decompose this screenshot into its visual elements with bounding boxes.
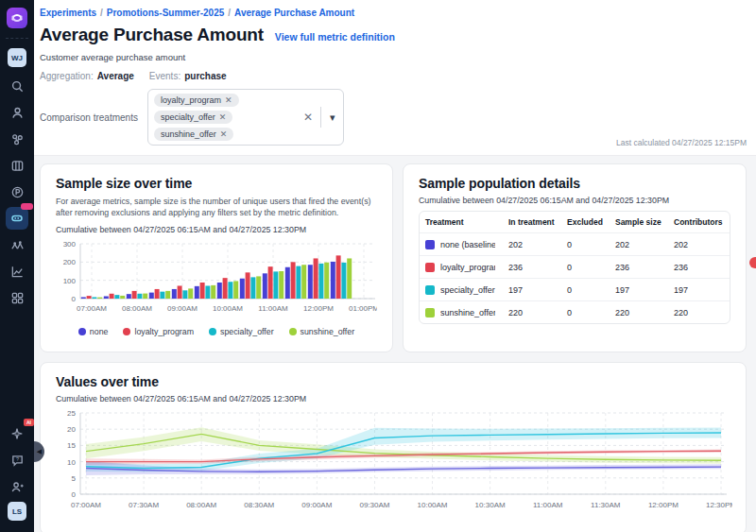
svg-text:07:00AM: 07:00AM bbox=[71, 501, 101, 509]
treatment-swatch bbox=[425, 263, 435, 272]
svg-text:0: 0 bbox=[72, 295, 77, 303]
segments-icon[interactable] bbox=[6, 128, 28, 150]
dashboards-icon[interactable] bbox=[6, 286, 28, 309]
sample-size-bar-chart[interactable]: 010020030007:00AM08:00AM09:00AM10:00AM11… bbox=[56, 238, 377, 321]
treatment-chip[interactable]: loyalty_program✕ bbox=[154, 94, 239, 107]
legend-dot bbox=[289, 328, 297, 335]
chip-remove-icon[interactable]: ✕ bbox=[225, 95, 232, 105]
cumulative-range: Cumulative between 04/27/2025 06:15AM an… bbox=[419, 196, 730, 205]
legend-label: loyalty_program bbox=[134, 327, 194, 336]
sidebar: WJ AI ? LS bbox=[0, 0, 34, 532]
table-header: Contributors bbox=[668, 212, 730, 233]
svg-text:300: 300 bbox=[63, 240, 77, 249]
breadcrumb-item[interactable]: Average Purchase Amount bbox=[234, 8, 354, 18]
treatment-chip[interactable]: specialty_offer✕ bbox=[154, 111, 232, 124]
treatment-name: loyalty_program bbox=[440, 263, 495, 272]
legend-item[interactable]: sunshine_offer bbox=[289, 327, 355, 336]
svg-text:07:30AM: 07:30AM bbox=[129, 501, 159, 509]
svg-text:09:30AM: 09:30AM bbox=[359, 501, 389, 509]
sidebar-divider bbox=[6, 38, 28, 39]
svg-text:09:00AM: 09:00AM bbox=[301, 501, 332, 509]
legend-label: sunshine_offer bbox=[301, 327, 355, 336]
svg-text:08:00AM: 08:00AM bbox=[122, 304, 152, 313]
table-cell: 197 bbox=[503, 279, 561, 301]
table-cell: 220 bbox=[668, 301, 730, 324]
metrics-icon[interactable] bbox=[6, 233, 28, 256]
view-metric-definition-link[interactable]: View full metric definition bbox=[275, 31, 395, 43]
legend-item[interactable]: loyalty_program bbox=[123, 327, 194, 336]
search-icon[interactable] bbox=[6, 75, 28, 97]
svg-text:?: ? bbox=[16, 456, 19, 462]
table-cell: 0 bbox=[561, 256, 610, 279]
population-card: Sample population details Cumulative bet… bbox=[403, 163, 747, 352]
values-over-time-card: Values over time Cumulative between 04/2… bbox=[40, 362, 747, 532]
svg-text:12:30PM: 12:30PM bbox=[706, 501, 732, 509]
svg-text:10:00AM: 10:00AM bbox=[213, 304, 243, 313]
svg-text:15: 15 bbox=[67, 441, 76, 450]
card-title: Sample size over time bbox=[56, 176, 377, 191]
svg-text:100: 100 bbox=[63, 276, 77, 284]
clear-selection-icon[interactable]: ✕ bbox=[303, 111, 313, 124]
analytics-icon[interactable] bbox=[6, 260, 28, 283]
table-header: Treatment bbox=[420, 212, 503, 233]
ai-badge: AI bbox=[24, 419, 34, 426]
svg-text:25: 25 bbox=[67, 409, 76, 418]
card-title: Sample population details bbox=[419, 176, 730, 191]
table-header: Sample size bbox=[610, 212, 668, 233]
metric-subtitle: Customer average purchase amount bbox=[40, 52, 745, 62]
legend-label: none bbox=[90, 327, 109, 336]
table-cell: 202 bbox=[610, 233, 668, 256]
table-cell: 0 bbox=[561, 301, 610, 324]
app-logo[interactable] bbox=[7, 8, 27, 28]
sample-size-card: Sample size over time For average metric… bbox=[40, 163, 393, 352]
chip-remove-icon[interactable]: ✕ bbox=[219, 112, 227, 122]
treatment-chip[interactable]: sunshine_offer✕ bbox=[154, 128, 233, 141]
values-line-chart[interactable]: 051015202507:00AM07:30AM08:00AM08:30AM09… bbox=[56, 407, 732, 519]
treatment-name: none (baseline) bbox=[440, 240, 495, 249]
svg-text:12:00PM: 12:00PM bbox=[303, 304, 334, 313]
new-badge bbox=[21, 203, 33, 210]
content: Sample size over time For average metric… bbox=[34, 156, 756, 532]
legend-label: specialty_offer bbox=[220, 327, 274, 336]
invite-user-icon[interactable] bbox=[6, 475, 28, 498]
feature-gates-icon[interactable] bbox=[6, 154, 28, 177]
treatment-name: sunshine_offer bbox=[440, 308, 495, 317]
table-cell: 236 bbox=[668, 256, 730, 279]
legend-dot bbox=[123, 328, 130, 335]
profile-icon[interactable] bbox=[6, 101, 28, 124]
svg-text:11:00AM: 11:00AM bbox=[258, 304, 288, 313]
breadcrumb-item[interactable]: Promotions-Summer-2025 bbox=[107, 8, 224, 18]
workspace-avatar[interactable]: WJ bbox=[8, 48, 26, 67]
table-header: Excluded bbox=[561, 212, 610, 233]
card-title: Values over time bbox=[56, 374, 730, 389]
svg-text:20: 20 bbox=[67, 425, 76, 434]
user-avatar[interactable]: LS bbox=[8, 502, 26, 521]
table-cell: 220 bbox=[610, 301, 668, 324]
treatment-swatch bbox=[425, 285, 435, 295]
cumulative-range: Cumulative between 04/27/2025 06:15AM an… bbox=[56, 394, 730, 403]
legend-item[interactable]: specialty_offer bbox=[209, 327, 274, 336]
table-row: none (baseline)2020202202 bbox=[420, 233, 730, 256]
table-cell: 236 bbox=[503, 256, 561, 279]
main-area: Experiments/Promotions-Summer-2025/Avera… bbox=[34, 0, 756, 532]
alert-dot[interactable] bbox=[749, 257, 756, 268]
breadcrumb-item[interactable]: Experiments bbox=[40, 8, 96, 18]
chevron-down-icon[interactable]: ▾ bbox=[330, 112, 335, 124]
sidebar-item-experiments[interactable] bbox=[6, 207, 28, 230]
svg-text:10:30AM: 10:30AM bbox=[475, 501, 506, 509]
legend-dot bbox=[209, 328, 216, 335]
comparison-treatments-select[interactable]: loyalty_program✕specialty_offer✕sunshine… bbox=[147, 89, 344, 146]
svg-text:12:00PM: 12:00PM bbox=[648, 501, 679, 509]
last-calculated-text: Last calculated 04/27/2025 12:15PM bbox=[616, 138, 747, 147]
statsig-logo-icon bbox=[10, 11, 24, 25]
table-cell: 197 bbox=[610, 279, 668, 301]
ai-assistant-icon[interactable]: AI bbox=[6, 422, 28, 445]
svg-text:10: 10 bbox=[67, 458, 76, 467]
events-label: Events: bbox=[149, 71, 180, 81]
help-chat-icon[interactable]: ? bbox=[6, 449, 28, 472]
pulse-icon[interactable] bbox=[6, 180, 28, 203]
page-title: Average Purchase Amount bbox=[40, 25, 264, 45]
legend-item[interactable]: none bbox=[78, 327, 109, 336]
chip-remove-icon[interactable]: ✕ bbox=[220, 129, 228, 139]
table-cell: 236 bbox=[610, 256, 668, 279]
